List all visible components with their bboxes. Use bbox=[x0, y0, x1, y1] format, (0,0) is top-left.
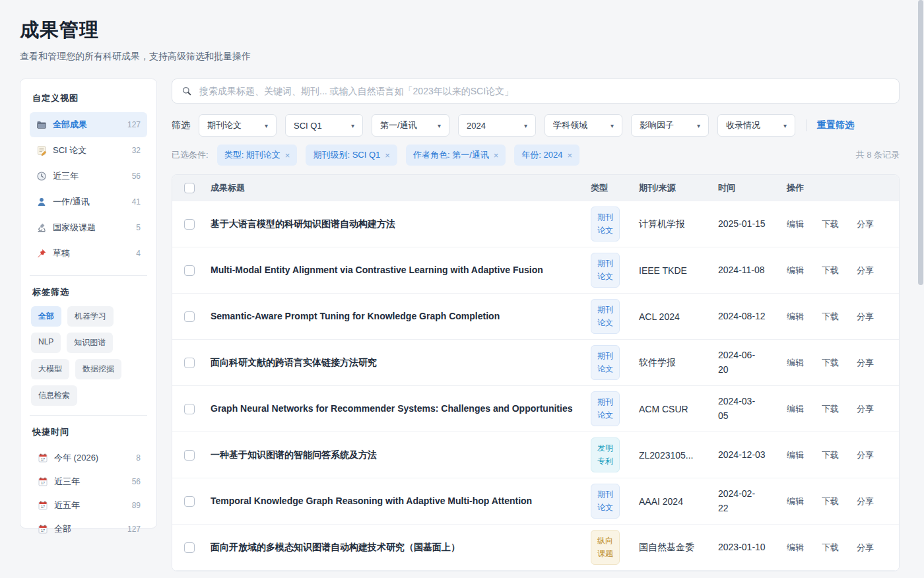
result-title[interactable]: 基于大语言模型的科研知识图谱自动构建方法 bbox=[211, 218, 580, 231]
time-item-all-time[interactable]: 17全部127 bbox=[30, 517, 147, 541]
row-type-cell: 发明专利 bbox=[591, 437, 639, 472]
sidebar-item-count: 4 bbox=[136, 249, 141, 258]
edit-action[interactable]: 编辑 bbox=[787, 265, 804, 276]
svg-text:17: 17 bbox=[41, 505, 45, 509]
time-item-label: 今年 (2026) bbox=[54, 452, 98, 464]
edit-action[interactable]: 编辑 bbox=[787, 218, 804, 230]
filter-dropdown-impact[interactable]: 影响因子▾ bbox=[631, 114, 709, 137]
header-time: 时间 bbox=[718, 182, 787, 194]
chevron-down-icon: ▾ bbox=[438, 122, 441, 129]
sidebar-item-recent-3-years[interactable]: 近三年56 bbox=[30, 164, 147, 189]
share-action[interactable]: 分享 bbox=[857, 542, 874, 554]
result-title[interactable]: Graph Neural Networks for Recommender Sy… bbox=[211, 402, 580, 416]
row-date-cell: 2024-12-03 bbox=[718, 448, 787, 463]
type-badge: 期刊论文 bbox=[591, 299, 620, 333]
download-action[interactable]: 下载 bbox=[822, 218, 839, 230]
sidebar-item-count: 56 bbox=[132, 172, 141, 181]
reset-filters-button[interactable]: 重置筛选 bbox=[817, 119, 854, 131]
row-actions: 编辑下载分享 bbox=[787, 449, 899, 461]
share-action[interactable]: 分享 bbox=[857, 357, 874, 369]
search-input[interactable] bbox=[199, 86, 890, 96]
chip-close-icon[interactable]: × bbox=[494, 151, 499, 160]
download-action[interactable]: 下载 bbox=[822, 311, 839, 323]
result-title[interactable]: Multi-Modal Entity Alignment via Contras… bbox=[211, 264, 580, 277]
select-all-checkbox[interactable] bbox=[184, 183, 195, 193]
row-checkbox[interactable] bbox=[184, 265, 195, 276]
edit-action[interactable]: 编辑 bbox=[787, 496, 804, 507]
table-header-row: 成果标题 类型 期刊/来源 时间 操作 bbox=[172, 175, 899, 201]
sidebar-item-national-projects[interactable]: 国家级课题5 bbox=[30, 215, 147, 240]
tag-filter-title: 标签筛选 bbox=[32, 286, 145, 298]
tag-nlp[interactable]: NLP bbox=[31, 333, 61, 353]
filter-dropdown-subject[interactable]: 学科领域▾ bbox=[544, 114, 622, 137]
filter-dropdown-role[interactable]: 第一/通讯▾ bbox=[372, 114, 449, 137]
tag-data-mining[interactable]: 数据挖掘 bbox=[75, 359, 121, 379]
download-action[interactable]: 下载 bbox=[822, 542, 839, 554]
edit-action[interactable]: 编辑 bbox=[787, 311, 804, 323]
row-type-cell: 期刊论文 bbox=[591, 299, 639, 333]
share-action[interactable]: 分享 bbox=[857, 449, 874, 461]
table-row: 一种基于知识图谱的智能问答系统及方法发明专利ZL2023105...2024-1… bbox=[172, 432, 899, 478]
tag-all[interactable]: 全部 bbox=[31, 306, 61, 327]
filter-dropdown-index[interactable]: 收录情况▾ bbox=[717, 114, 795, 137]
result-title[interactable]: Temporal Knowledge Graph Reasoning with … bbox=[211, 495, 580, 508]
share-action[interactable]: 分享 bbox=[857, 311, 874, 323]
sidebar-item-drafts[interactable]: 草稿4 bbox=[30, 241, 147, 266]
row-checkbox-cell bbox=[172, 219, 211, 230]
row-checkbox[interactable] bbox=[184, 496, 195, 507]
chip-close-icon[interactable]: × bbox=[568, 151, 573, 160]
edit-action[interactable]: 编辑 bbox=[787, 357, 804, 369]
share-action[interactable]: 分享 bbox=[857, 403, 874, 415]
download-action[interactable]: 下载 bbox=[822, 357, 839, 369]
tag-knowledge-graph[interactable]: 知识图谱 bbox=[67, 333, 113, 353]
edit-action[interactable]: 编辑 bbox=[787, 403, 804, 415]
share-action[interactable]: 分享 bbox=[857, 496, 874, 507]
share-action[interactable]: 分享 bbox=[857, 265, 874, 276]
result-title[interactable]: 面向科研文献的跨语言实体链接方法研究 bbox=[211, 356, 580, 369]
microscope-icon bbox=[36, 222, 47, 233]
share-action[interactable]: 分享 bbox=[857, 218, 874, 230]
time-item-recent-3-years[interactable]: 17近三年56 bbox=[30, 470, 147, 494]
chip-close-icon[interactable]: × bbox=[385, 151, 390, 160]
row-checkbox[interactable] bbox=[184, 450, 195, 461]
sidebar-item-all-results[interactable]: 全部成果127 bbox=[30, 112, 147, 137]
calendar-icon: 17 bbox=[38, 500, 48, 511]
download-action[interactable]: 下载 bbox=[822, 403, 839, 415]
chip-close-icon[interactable]: × bbox=[285, 151, 290, 160]
row-checkbox[interactable] bbox=[184, 404, 195, 414]
tag-machine-learning[interactable]: 机器学习 bbox=[67, 306, 114, 327]
row-checkbox[interactable] bbox=[184, 542, 195, 553]
search-icon bbox=[182, 86, 192, 96]
row-checkbox[interactable] bbox=[184, 311, 195, 322]
filter-divider bbox=[806, 119, 807, 131]
edit-action[interactable]: 编辑 bbox=[787, 449, 804, 461]
sidebar-item-label: 国家级课题 bbox=[53, 222, 96, 234]
download-action[interactable]: 下载 bbox=[822, 265, 839, 276]
tag-information-retrieval[interactable]: 信息检索 bbox=[31, 385, 77, 406]
sidebar-item-sci-papers[interactable]: SCI 论文32 bbox=[30, 138, 147, 163]
clock-icon bbox=[36, 171, 47, 181]
download-action[interactable]: 下载 bbox=[822, 496, 839, 507]
selected-conditions-label: 已选条件: bbox=[172, 149, 209, 161]
type-badge: 期刊论文 bbox=[591, 484, 620, 518]
sidebar-item-first-author[interactable]: 一作/通讯41 bbox=[30, 189, 147, 214]
filter-dropdown-level[interactable]: SCI Q1▾ bbox=[285, 114, 363, 137]
sidebar-item-label: SCI 论文 bbox=[53, 144, 86, 156]
row-actions-cell: 编辑下载分享 bbox=[787, 542, 899, 554]
edit-action[interactable]: 编辑 bbox=[787, 542, 804, 554]
result-title[interactable]: 一种基于知识图谱的智能问答系统及方法 bbox=[211, 449, 580, 462]
time-item-this-year[interactable]: 17今年 (2026)8 bbox=[30, 446, 147, 470]
tag-large-model[interactable]: 大模型 bbox=[31, 359, 69, 379]
page-scrollbar[interactable] bbox=[918, 0, 923, 578]
result-title[interactable]: 面向开放域的多模态知识图谱自动构建技术研究（国基面上） bbox=[211, 541, 580, 554]
time-item-recent-5-years[interactable]: 17近五年89 bbox=[30, 494, 147, 517]
scrollbar-thumb[interactable] bbox=[918, 0, 923, 285]
chevron-down-icon: ▾ bbox=[265, 122, 268, 129]
row-checkbox[interactable] bbox=[184, 358, 195, 368]
result-title[interactable]: Semantic-Aware Prompt Tuning for Knowled… bbox=[211, 310, 580, 323]
filter-dropdown-type[interactable]: 期刊论文▾ bbox=[199, 114, 277, 137]
filter-dropdown-year[interactable]: 2024▾ bbox=[458, 114, 536, 137]
download-action[interactable]: 下载 bbox=[822, 449, 839, 461]
row-checkbox[interactable] bbox=[184, 219, 195, 230]
row-source-cell: 计算机学报 bbox=[639, 218, 718, 230]
